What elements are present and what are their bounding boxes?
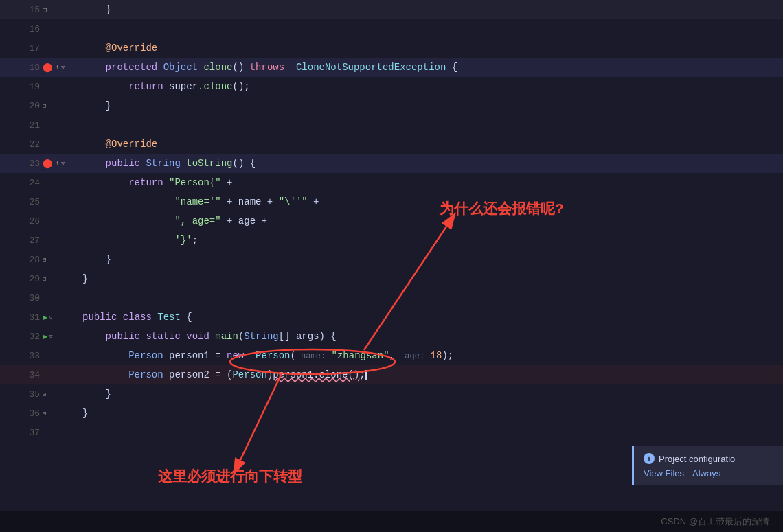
table-row: 27 '}'; — [0, 231, 783, 250]
breakpoint-icon2: ⬤ — [43, 158, 53, 169]
line-gutter: 35 ⊟ — [0, 389, 76, 400]
fold-icon3: ▽ — [49, 314, 52, 321]
line-content: } — [76, 96, 783, 115]
up-arrow-icon: ↑ — [56, 64, 60, 71]
status-bar: CSDN @百工带最后的深情 — [0, 511, 783, 532]
table-row: 33 Person person1 = new Person( name: "z… — [0, 346, 783, 365]
table-row: 30 — [0, 288, 783, 308]
line-content: public static void main(String[] args) { — [76, 327, 783, 346]
bookmark-icon6: ⊟ — [43, 410, 46, 417]
bookmark-icon3: ⊟ — [43, 256, 46, 264]
line-content: public String toString() { — [76, 154, 783, 173]
status-text: CSDN @百工带最后的深情 — [661, 516, 769, 528]
line-content: } — [76, 269, 783, 288]
always-link[interactable]: Always — [692, 468, 720, 478]
bookmark-icon5: ⊟ — [43, 391, 46, 398]
notification-links: View Files Always — [644, 468, 773, 478]
line-content: return "Person{" + — [76, 173, 783, 192]
line-content: @Override — [76, 38, 783, 58]
line-gutter: 34 — [0, 370, 76, 380]
table-row: 17 @Override — [0, 38, 783, 58]
line-content: "name='" + name + "\''" + — [76, 192, 783, 211]
run-icon2[interactable]: ▶ — [43, 332, 47, 342]
view-files-link[interactable]: View Files — [644, 468, 684, 478]
line-content: } — [76, 250, 783, 269]
table-row: 16 — [0, 19, 783, 38]
line-content: ", age=" + age + — [76, 211, 783, 231]
table-row: 37 — [0, 423, 783, 442]
line-content: } — [76, 0, 783, 19]
line-content: Person person2 = (Person)person1.clone()… — [76, 365, 783, 384]
table-row: 25 "name='" + name + "\''" + — [0, 192, 783, 211]
line-gutter: 21 — [0, 120, 76, 130]
table-row: 34 Person person2 = (Person)person1.clon… — [0, 365, 783, 384]
code-lines: 15 ⊟ } 16 17 @Override — [0, 0, 783, 442]
line-gutter: 32 ▶ ▽ — [0, 332, 76, 342]
line-gutter: 36 ⊟ — [0, 408, 76, 419]
table-row: 15 ⊟ } — [0, 0, 783, 19]
table-row: 35 ⊟ } — [0, 384, 783, 404]
table-row: 26 ", age=" + age + — [0, 211, 783, 231]
line-content: } — [76, 384, 783, 404]
bookmark-icon: ⊟ — [43, 5, 47, 14]
table-row: 22 @Override — [0, 135, 783, 154]
table-row: 29 ⊟ } — [0, 269, 783, 288]
table-row: 32 ▶ ▽ public static void main(String[] … — [0, 327, 783, 346]
breakpoint-icon: ⬤ — [43, 62, 53, 73]
line-gutter: 22 — [0, 139, 76, 150]
line-gutter: 17 — [0, 43, 76, 54]
up-arrow-icon2: ↑ — [56, 160, 60, 167]
line-gutter: 26 — [0, 216, 76, 227]
line-gutter: 27 — [0, 235, 76, 246]
line-gutter: 24 — [0, 178, 76, 188]
line-gutter: 30 — [0, 293, 76, 303]
line-content: return super.clone(); — [76, 77, 783, 96]
callout-bottom-text: 这里必须进行向下转型 — [158, 467, 302, 486]
table-row: 36 ⊟ } — [0, 404, 783, 423]
line-gutter: 29 ⊟ — [0, 274, 76, 284]
line-gutter: 37 — [0, 428, 76, 438]
line-content: protected Object clone() throws CloneNot… — [76, 58, 783, 77]
info-icon: i — [644, 453, 655, 464]
line-gutter: 15 ⊟ — [0, 5, 76, 15]
line-gutter: 28 ⊟ — [0, 255, 76, 265]
line-gutter: 18 ⬤ ↑ ▽ — [0, 62, 76, 73]
line-gutter: 31 ▶ ▽ — [0, 312, 76, 323]
table-row: 19 return super.clone(); — [0, 77, 783, 96]
table-row: 28 ⊟ } — [0, 250, 783, 269]
line-gutter: 20 ⊟ — [0, 101, 76, 111]
notification-popup: i Project configuratio View Files Always — [632, 446, 783, 485]
line-content: public class Test { — [76, 308, 783, 327]
line-gutter: 16 — [0, 24, 76, 34]
bookmark-icon2: ⊟ — [43, 102, 46, 110]
fold-icon4: ▽ — [49, 333, 52, 340]
line-gutter: 25 — [0, 197, 76, 207]
fold-icon: ▽ — [61, 64, 65, 71]
line-gutter: 19 — [0, 82, 76, 92]
bookmark-icon4: ⊟ — [43, 275, 46, 283]
line-gutter: 23 ⬤ ↑ ▽ — [0, 158, 76, 169]
table-row: 20 ⊟ } — [0, 96, 783, 115]
table-row: 24 return "Person{" + — [0, 173, 783, 192]
table-row: 18 ⬤ ↑ ▽ protected Object clone() throws… — [0, 58, 783, 77]
code-editor: 15 ⊟ } 16 17 @Override — [0, 0, 783, 532]
line-gutter: 33 — [0, 351, 76, 361]
line-content: } — [76, 404, 783, 423]
line-content: Person person1 = new Person( name: "zhan… — [76, 346, 783, 366]
line-content: '}'; — [76, 231, 783, 250]
line-content: @Override — [76, 135, 783, 154]
table-row: 21 — [0, 115, 783, 135]
table-row: 23 ⬤ ↑ ▽ public String toString() { — [0, 154, 783, 173]
fold-icon2: ▽ — [61, 160, 65, 167]
table-row: 31 ▶ ▽ public class Test { — [0, 308, 783, 327]
run-icon[interactable]: ▶ — [43, 312, 47, 323]
notification-title: i Project configuratio — [644, 453, 773, 464]
